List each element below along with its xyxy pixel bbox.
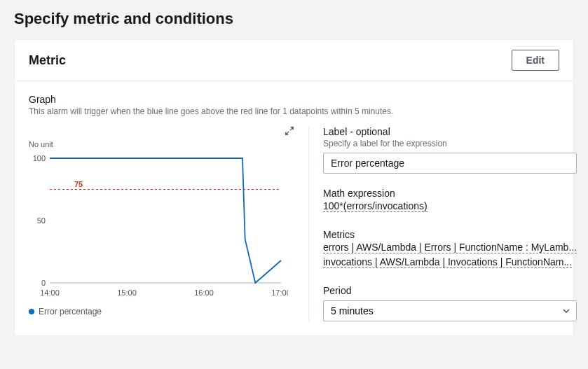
metrics-line-2: invocations | AWS/Lambda | Invocations |… — [323, 256, 572, 268]
chart-legend: Error percentage — [29, 307, 294, 316]
metrics-group: Metrics errors | AWS/Lambda | Errors | F… — [323, 229, 577, 271]
label-group: Label - optional Specify a label for the… — [323, 126, 577, 174]
svg-text:50: 50 — [37, 216, 46, 225]
graph-section-title: Graph — [29, 94, 559, 105]
svg-text:14:00: 14:00 — [40, 288, 60, 297]
label-field-sublabel: Specify a label for the expression — [323, 139, 577, 148]
content-row: No unit 05010014:0015:0016:0017:0075 Err… — [29, 126, 559, 321]
svg-text:100: 100 — [33, 154, 46, 162]
math-group: Math expression 100*(errors/invocations) — [323, 188, 577, 215]
chart-column: No unit 05010014:0015:0016:0017:0075 Err… — [29, 126, 309, 321]
period-select-wrap: 5 minutes — [323, 300, 577, 321]
no-unit-label: No unit — [29, 140, 294, 148]
svg-text:0: 0 — [41, 279, 46, 287]
expand-icon[interactable] — [285, 126, 294, 138]
legend-dot — [29, 309, 34, 314]
page-title: Specify metric and conditions — [0, 0, 588, 39]
panel-header: Metric Edit — [15, 40, 573, 81]
period-label: Period — [323, 285, 577, 296]
label-input[interactable] — [323, 153, 577, 174]
period-group: Period 5 minutes — [323, 285, 577, 321]
math-expression-value: 100*(errors/invocations) — [323, 200, 428, 212]
math-expression-label: Math expression — [323, 188, 577, 199]
metric-panel: Metric Edit Graph This alarm will trigge… — [14, 39, 574, 336]
period-select[interactable]: 5 minutes — [323, 300, 577, 321]
svg-text:17:00: 17:00 — [271, 288, 288, 297]
svg-text:15:00: 15:00 — [117, 288, 137, 297]
panel-body: Graph This alarm will trigger when the b… — [15, 81, 573, 335]
svg-text:75: 75 — [74, 180, 83, 188]
metrics-label: Metrics — [323, 229, 577, 240]
svg-text:16:00: 16:00 — [194, 288, 214, 297]
panel-title: Metric — [29, 53, 66, 68]
legend-label: Error percentage — [39, 307, 102, 316]
metrics-line-1: errors | AWS/Lambda | Errors | FunctionN… — [323, 242, 577, 253]
chart-plot: 05010014:0015:0016:0017:0075 — [29, 153, 288, 300]
form-column: Label - optional Specify a label for the… — [309, 126, 577, 321]
graph-section-desc: This alarm will trigger when the blue li… — [29, 106, 559, 116]
label-field-label: Label - optional — [323, 126, 577, 137]
edit-button[interactable]: Edit — [512, 50, 559, 71]
